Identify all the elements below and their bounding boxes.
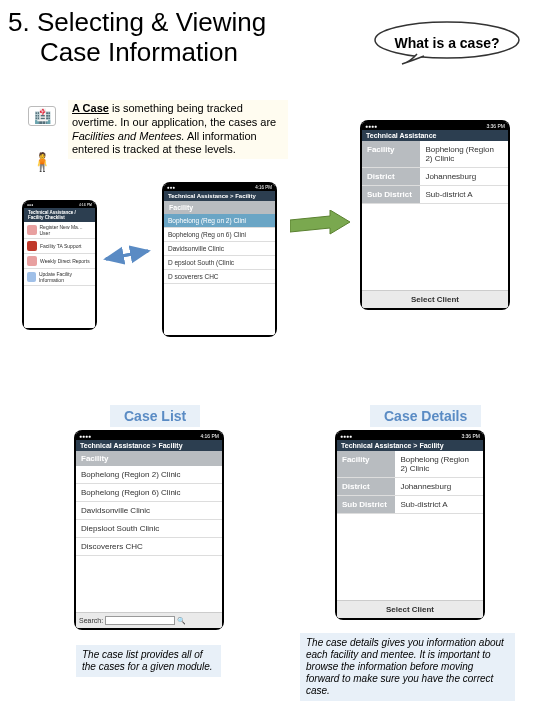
case-list-label: Case List: [110, 405, 200, 427]
select-client-button[interactable]: Select Client: [337, 600, 483, 618]
arrow-icon: [100, 245, 155, 265]
bubble-text: What is a case?: [394, 35, 499, 51]
phone-menu-screenshot: ●●●4:16 PM Technical Assistance / Facili…: [22, 200, 97, 330]
phone-caselist-mid-screenshot: ●●●4:16 PM Technical Assistance > Facili…: [162, 182, 277, 337]
person-icon: 🧍: [28, 150, 56, 174]
case-definition: A Case is something being tracked overti…: [68, 100, 288, 159]
arrow-icon: [290, 210, 350, 240]
select-client-button[interactable]: Select Client: [362, 290, 508, 308]
svg-line-3: [106, 251, 148, 259]
svg-marker-4: [290, 210, 350, 234]
search-input[interactable]: [105, 616, 175, 625]
phone-caselist-screenshot: ●●●●4:16 PM Technical Assistance > Facil…: [74, 430, 224, 630]
speech-bubble: What is a case?: [372, 20, 522, 65]
phone-details-right-screenshot: ●●●●3:36 PM Technical Assistance Facilit…: [360, 120, 510, 310]
case-details-caption: The case details gives you information a…: [300, 633, 515, 701]
phone-details-screenshot: ●●●●3:36 PM Technical Assistance > Facil…: [335, 430, 485, 620]
case-details-label: Case Details: [370, 405, 481, 427]
case-list-caption: The case list provides all of the cases …: [76, 645, 221, 677]
building-icon: 🏥: [28, 106, 56, 126]
